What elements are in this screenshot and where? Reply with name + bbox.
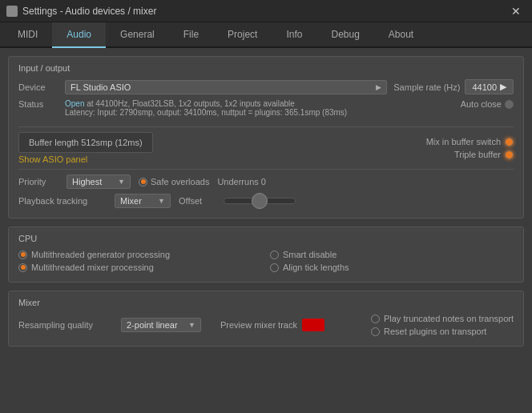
cpu-option-3: Align tick lengths xyxy=(270,263,514,272)
tab-midi[interactable]: MIDI xyxy=(3,22,52,48)
playback-dropdown[interactable]: Mixer ▼ xyxy=(115,194,171,208)
resampling-label: Resampling quality xyxy=(18,320,115,330)
play-truncated-radio[interactable] xyxy=(371,315,380,323)
title-bar-left: Settings - Audio devices / mixer xyxy=(6,6,156,17)
auto-close-led[interactable] xyxy=(505,100,514,109)
cpu-title: CPU xyxy=(18,234,514,243)
status-area: Status Open at 44100Hz, Float32LSB, 1x2 … xyxy=(18,99,514,122)
latency-info: Latency: Input: 2790smp, output: 34100ms… xyxy=(65,108,347,117)
tab-file[interactable]: File xyxy=(169,22,213,48)
tab-project[interactable]: Project xyxy=(213,22,272,48)
cpu-radio-0[interactable] xyxy=(18,251,27,259)
status-details: at 44100Hz, Float32LSB, 1x2 outputs, 1x2… xyxy=(87,99,295,108)
resampling-arrow: ▼ xyxy=(188,321,195,329)
sample-rate-area: Sample rate (Hz) 44100 ▶ xyxy=(393,79,514,94)
triple-buffer-label: Triple buffer xyxy=(454,150,501,159)
resampling-row: Resampling quality 2-point linear ▼ Prev… xyxy=(18,314,514,336)
mix-in-buffer-label: Mix in buffer switch xyxy=(426,137,501,146)
cpu-section: CPU Multithreaded generator processing S… xyxy=(8,227,524,283)
transport-options: Play truncated notes on transport Reset … xyxy=(371,314,514,336)
buffer-area: Buffer length 512smp (12ms) Show ASIO pa… xyxy=(18,132,514,164)
preview-track-button[interactable] xyxy=(302,319,324,331)
tab-audio[interactable]: Audio xyxy=(52,22,106,48)
mix-in-buffer-row: Mix in buffer switch xyxy=(426,137,514,146)
underruns-text: Underruns 0 xyxy=(217,177,266,186)
cpu-radio-2[interactable] xyxy=(18,263,27,272)
resampling-dropdown[interactable]: 2-point linear ▼ xyxy=(121,318,201,332)
reset-plugins-label: Reset plugins on transport xyxy=(384,327,486,336)
triple-buffer-row: Triple buffer xyxy=(454,150,514,159)
status-label: Status xyxy=(18,99,58,109)
offset-slider-container: Offset xyxy=(179,196,296,206)
device-row: Device FL Studio ASIO ▶ Sample rate (Hz)… xyxy=(18,79,514,94)
playback-label: Playback tracking xyxy=(18,196,107,206)
resampling-value: 2-point linear xyxy=(127,320,178,330)
device-dropdown-arrow: ▶ xyxy=(376,83,381,91)
mixer-title: Mixer xyxy=(18,298,514,307)
cpu-radio-1[interactable] xyxy=(270,251,279,259)
preview-track-area: Preview mixer track xyxy=(220,319,324,331)
cpu-label-1: Smart disable xyxy=(283,250,337,259)
cpu-option-2: Multithreaded mixer processing xyxy=(18,263,262,272)
priority-dropdown[interactable]: Highest ▼ xyxy=(66,174,131,189)
status-open: Open xyxy=(65,99,84,108)
tab-info[interactable]: Info xyxy=(272,22,316,48)
device-label: Device xyxy=(18,82,58,92)
tab-about[interactable]: About xyxy=(374,22,428,48)
play-truncated-row: Play truncated notes on transport xyxy=(371,314,514,323)
device-value: FL Studio ASIO xyxy=(71,82,131,92)
cpu-option-1: Smart disable xyxy=(270,250,514,259)
input-output-title: Input / output xyxy=(18,63,514,73)
offset-label: Offset xyxy=(179,196,219,206)
cpu-label-0: Multithreaded generator processing xyxy=(31,250,170,259)
preview-label: Preview mixer track xyxy=(220,320,297,330)
playback-arrow: ▼ xyxy=(158,197,165,205)
safe-overloads-group: Safe overloads xyxy=(139,177,209,186)
buffer-length-text: Buffer length 512smp (12ms) xyxy=(29,138,143,147)
sample-rate-number: 44100 xyxy=(472,82,497,92)
reset-plugins-radio[interactable] xyxy=(371,327,380,336)
cpu-radio-3[interactable] xyxy=(270,263,279,272)
main-content: Input / output Device FL Studio ASIO ▶ S… xyxy=(0,48,532,408)
safe-overloads-label: Safe overloads xyxy=(151,177,209,186)
buffer-options: Mix in buffer switch Triple buffer xyxy=(426,137,514,159)
priority-value: Highest xyxy=(72,177,102,186)
tab-debug[interactable]: Debug xyxy=(316,22,373,48)
offset-slider-track[interactable] xyxy=(224,198,296,204)
tab-general[interactable]: General xyxy=(106,22,169,48)
status-text: Open at 44100Hz, Float32LSB, 1x2 outputs… xyxy=(65,99,347,117)
safe-overloads-radio[interactable] xyxy=(139,178,147,186)
tab-bar: MIDI Audio General File Project Info Deb… xyxy=(0,22,532,48)
cpu-label-2: Multithreaded mixer processing xyxy=(31,263,154,272)
mix-in-buffer-led[interactable] xyxy=(505,138,514,146)
priority-row: Priority Highest ▼ Safe overloads Underr… xyxy=(18,174,514,189)
app-icon xyxy=(6,6,18,17)
sample-rate-value[interactable]: 44100 ▶ xyxy=(465,79,514,94)
window-title: Settings - Audio devices / mixer xyxy=(22,6,156,17)
reset-plugins-row: Reset plugins on transport xyxy=(371,327,514,336)
input-output-section: Input / output Device FL Studio ASIO ▶ S… xyxy=(8,56,524,219)
triple-buffer-led[interactable] xyxy=(505,150,514,159)
show-asio-link[interactable]: Show ASIO panel xyxy=(18,154,153,164)
mixer-section: Mixer Resampling quality 2-point linear … xyxy=(8,291,524,347)
play-truncated-label: Play truncated notes on transport xyxy=(384,314,514,323)
device-dropdown[interactable]: FL Studio ASIO ▶ xyxy=(65,80,387,94)
auto-close-row: Auto close xyxy=(461,99,514,109)
priority-arrow: ▼ xyxy=(118,178,125,186)
playback-value: Mixer xyxy=(120,196,142,206)
cpu-option-0: Multithreaded generator processing xyxy=(18,250,262,259)
auto-close-label: Auto close xyxy=(461,99,502,109)
playback-row: Playback tracking Mixer ▼ Offset xyxy=(18,194,514,208)
sample-rate-arrow: ▶ xyxy=(500,82,506,92)
offset-slider-thumb[interactable] xyxy=(252,193,268,209)
sample-rate-label: Sample rate (Hz) xyxy=(393,82,460,92)
close-button[interactable]: ✕ xyxy=(506,3,526,19)
cpu-label-3: Align tick lengths xyxy=(283,263,349,272)
buffer-left: Buffer length 512smp (12ms) Show ASIO pa… xyxy=(18,132,153,164)
status-row: Status Open at 44100Hz, Float32LSB, 1x2 … xyxy=(18,99,347,117)
title-bar: Settings - Audio devices / mixer ✕ xyxy=(0,0,532,22)
buffer-length-box: Buffer length 512smp (12ms) xyxy=(18,132,153,153)
priority-label: Priority xyxy=(18,177,58,186)
cpu-options-grid: Multithreaded generator processing Smart… xyxy=(18,250,514,272)
